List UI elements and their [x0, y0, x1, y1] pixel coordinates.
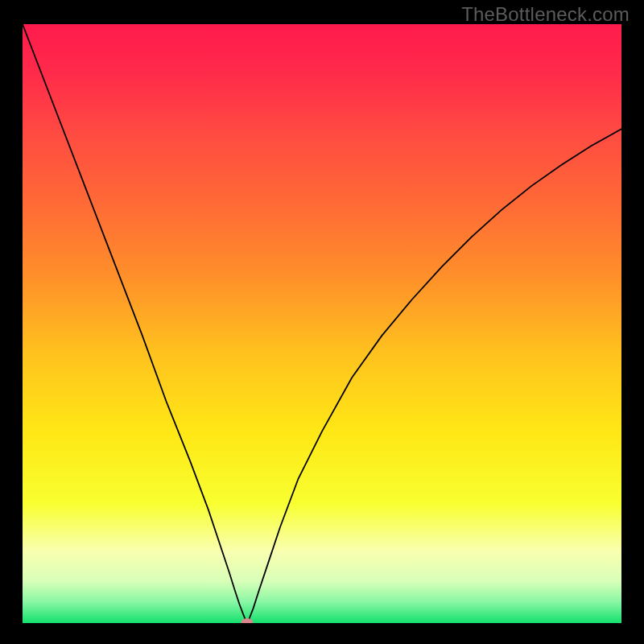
gradient-background: [23, 24, 621, 623]
watermark-text: TheBottleneck.com: [461, 3, 630, 26]
plot-area: [23, 24, 621, 623]
chart-frame: TheBottleneck.com: [0, 0, 644, 644]
chart-svg: [23, 24, 621, 623]
